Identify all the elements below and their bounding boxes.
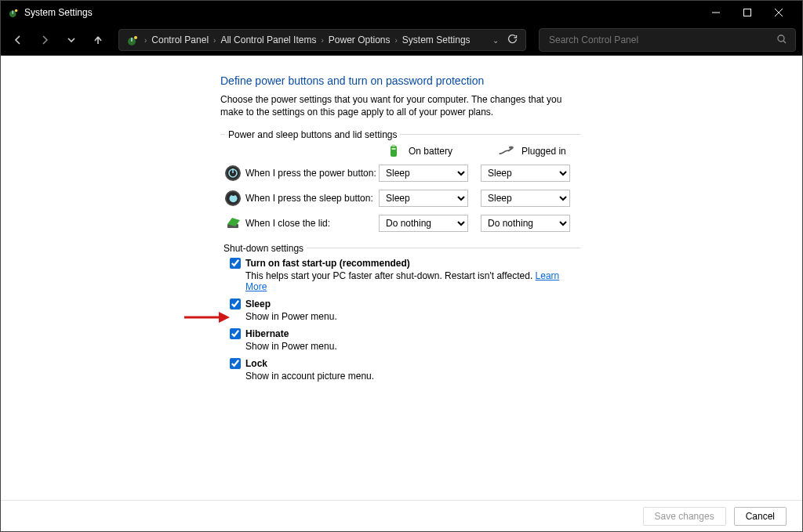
- svg-rect-12: [392, 148, 396, 150]
- breadcrumb-item[interactable]: Power Options: [329, 34, 391, 45]
- hibernate-checkbox[interactable]: [230, 328, 241, 339]
- item-sub: Show in Power menu.: [245, 341, 581, 352]
- content-area: Define power buttons and turn on passwor…: [1, 56, 802, 500]
- laptop-lid-icon: [224, 215, 242, 232]
- titlebar: System Settings: [1, 1, 802, 24]
- window-title: System Settings: [24, 7, 93, 18]
- svg-point-8: [778, 35, 784, 42]
- fast-startup-checkbox[interactable]: [230, 258, 241, 269]
- titlebar-left: System Settings: [9, 7, 93, 18]
- refresh-button[interactable]: [507, 34, 518, 47]
- row-label: When I press the sleep button:: [245, 193, 379, 204]
- navbar: › Control Panel › All Control Panel Item…: [1, 24, 802, 56]
- col-label: Plugged in: [521, 146, 566, 157]
- chevron-right-icon: ›: [213, 36, 216, 45]
- item-label: Sleep: [245, 299, 271, 309]
- battery-icon: [385, 144, 402, 158]
- sleep-plugged-select[interactable]: Sleep: [481, 190, 570, 207]
- svg-rect-3: [744, 9, 751, 16]
- row-label: When I close the lid:: [245, 218, 379, 229]
- item-label: Lock: [245, 358, 267, 369]
- window-controls: [700, 1, 794, 24]
- power-options-icon: [127, 34, 140, 46]
- hibernate-item: Hibernate Show in Power menu.: [230, 328, 581, 352]
- power-button-icon: [224, 165, 242, 182]
- footer: Save changes Cancel: [1, 500, 802, 531]
- forward-button[interactable]: [34, 29, 56, 51]
- window: System Settings › Control Panel › All Co…: [0, 0, 803, 532]
- plugged-in-header: Plugged in: [498, 144, 566, 158]
- lid-battery-select[interactable]: Do nothing: [379, 215, 468, 232]
- column-headers: On battery Plugged in: [385, 144, 581, 158]
- chevron-right-icon: ›: [144, 36, 147, 45]
- on-battery-header: On battery: [385, 144, 452, 158]
- lid-row: When I close the lid: Do nothing Do noth…: [220, 215, 581, 232]
- lid-plugged-select[interactable]: Do nothing: [481, 215, 570, 232]
- shutdown-settings-section: Shut-down settings Turn on fast start-up…: [220, 243, 581, 382]
- item-sub: Show in Power menu.: [245, 311, 581, 322]
- chevron-right-icon: ›: [321, 36, 323, 45]
- save-changes-button[interactable]: Save changes: [643, 507, 726, 526]
- recent-button[interactable]: [60, 29, 82, 51]
- power-plugged-select[interactable]: Sleep: [481, 165, 570, 182]
- svg-point-7: [134, 36, 137, 39]
- svg-rect-10: [391, 146, 397, 157]
- row-label: When I press the power button:: [245, 168, 379, 179]
- col-label: On battery: [409, 146, 452, 157]
- settings-panel: Define power buttons and turn on passwor…: [220, 74, 581, 382]
- svg-rect-11: [392, 145, 395, 147]
- page-title: Define power buttons and turn on passwor…: [220, 74, 581, 87]
- sleep-button-icon: [224, 190, 242, 207]
- svg-point-13: [509, 147, 514, 149]
- back-button[interactable]: [7, 29, 29, 51]
- item-label: Hibernate: [245, 328, 289, 339]
- chevron-down-icon[interactable]: ⌄: [492, 36, 499, 45]
- power-options-icon: [9, 7, 20, 18]
- sleep-checkbox[interactable]: [230, 299, 241, 309]
- maximize-button[interactable]: [732, 1, 763, 24]
- power-button-row: When I press the power button: Sleep Sle…: [220, 165, 581, 182]
- chevron-right-icon: ›: [395, 36, 398, 45]
- lock-item: Lock Show in account picture menu.: [230, 358, 581, 382]
- lock-checkbox[interactable]: [230, 358, 241, 369]
- sleep-item: Sleep Show in Power menu.: [230, 299, 581, 322]
- svg-line-9: [783, 41, 786, 43]
- item-sub: Show in account picture menu.: [245, 371, 581, 382]
- search-box[interactable]: [539, 28, 796, 52]
- breadcrumb[interactable]: › Control Panel › All Control Panel Item…: [118, 29, 526, 51]
- power-sleep-lid-section: Power and sleep buttons and lid settings…: [220, 129, 581, 232]
- up-button[interactable]: [87, 29, 109, 51]
- close-button[interactable]: [763, 1, 794, 24]
- plug-icon: [498, 144, 515, 158]
- svg-point-1: [15, 9, 18, 13]
- sleep-button-row: When I press the sleep button: Sleep Sle…: [220, 190, 581, 207]
- cancel-button[interactable]: Cancel: [734, 507, 787, 526]
- item-label: Turn on fast start-up (recommended): [245, 258, 410, 269]
- fast-startup-item: Turn on fast start-up (recommended) This…: [230, 258, 581, 292]
- sleep-battery-select[interactable]: Sleep: [379, 190, 468, 207]
- breadcrumb-item[interactable]: System Settings: [402, 34, 471, 45]
- breadcrumb-item[interactable]: Control Panel: [151, 34, 209, 45]
- breadcrumb-item[interactable]: All Control Panel Items: [220, 34, 316, 45]
- section-label: Shut-down settings: [220, 243, 307, 254]
- item-sub: This helps start your PC faster after sh…: [245, 270, 581, 292]
- power-battery-select[interactable]: Sleep: [379, 165, 468, 182]
- search-input[interactable]: [547, 34, 776, 46]
- section-label: Power and sleep buttons and lid settings: [225, 129, 400, 140]
- search-icon: [776, 34, 787, 47]
- minimize-button[interactable]: [700, 1, 732, 24]
- page-description: Choose the power settings that you want …: [220, 93, 581, 118]
